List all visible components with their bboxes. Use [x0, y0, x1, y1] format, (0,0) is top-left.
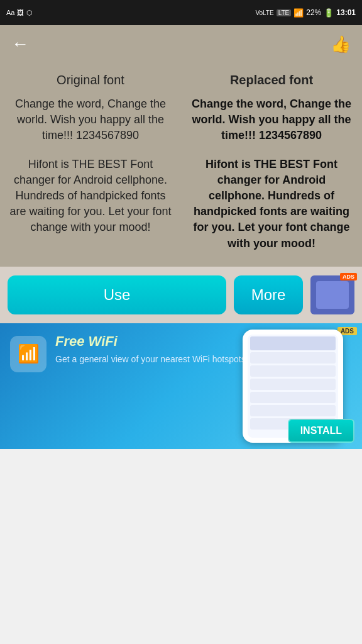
like-button[interactable]: 👍	[331, 35, 351, 54]
more-button[interactable]: More	[234, 275, 303, 314]
wifi-icon: 📶	[18, 343, 40, 364]
ads-thumbnail[interactable]: ADS	[310, 275, 354, 314]
replaced-font-column: Replaced font Change the word, Change th…	[181, 73, 362, 252]
buttons-row: Use More ADS	[0, 267, 362, 323]
time-label: 13:01	[336, 8, 356, 17]
signal-icon: 📶	[293, 8, 304, 18]
phone-screen-row-2	[250, 365, 336, 377]
battery-icon: 🔋	[324, 8, 334, 18]
ad-banner: ADS 📶 Free WiFi Get a general view of yo…	[0, 323, 362, 449]
lte-label: LTE	[277, 9, 292, 16]
use-button[interactable]: Use	[8, 275, 226, 314]
phone-screen-header-row	[250, 336, 336, 350]
icon-aa: Aa	[6, 9, 14, 16]
wifi-icon-box: 📶	[10, 336, 47, 372]
original-font-header: Original font	[8, 73, 173, 87]
status-bar: Aa 🖼 ⬡ VoLTE LTE 📶 22% 🔋 13:01	[0, 0, 362, 25]
preview-columns: Original font Change the word, Change th…	[0, 73, 362, 252]
install-button[interactable]: INSTALL	[288, 419, 354, 443]
replaced-sample-text-1: Change the word, Change the world. Wish …	[189, 96, 354, 144]
volte-label: VoLTE	[255, 9, 273, 16]
status-bar-left: Aa 🖼 ⬡	[6, 9, 33, 17]
preview-area: Original font Change the word, Change th…	[0, 63, 362, 267]
original-font-column: Original font Change the word, Change th…	[0, 73, 181, 252]
phone-screen-row-3	[250, 379, 336, 390]
icon-usb: ⬡	[26, 9, 33, 17]
ads-badge: ADS	[340, 273, 357, 280]
phone-screen-row-4	[250, 392, 336, 403]
original-sample-text-1: Change the word, Change the world. Wish …	[8, 96, 173, 144]
replaced-sample-text-2: Hifont is THE BEST Font changer for Andr…	[189, 157, 354, 252]
icon-image: 🖼	[17, 9, 24, 16]
status-bar-right: VoLTE LTE 📶 22% 🔋 13:01	[255, 8, 356, 18]
replaced-font-header: Replaced font	[189, 73, 354, 87]
original-sample-text-2: Hifont is THE BEST Font changer for Andr…	[8, 157, 173, 236]
back-button[interactable]: ←	[11, 34, 29, 54]
ads-thumbnail-inner	[316, 281, 349, 309]
battery-label: 22%	[306, 8, 321, 17]
phone-screen-row-5	[250, 405, 336, 416]
top-bar: ← 👍	[0, 25, 362, 63]
phone-screen-row-1	[250, 352, 336, 364]
